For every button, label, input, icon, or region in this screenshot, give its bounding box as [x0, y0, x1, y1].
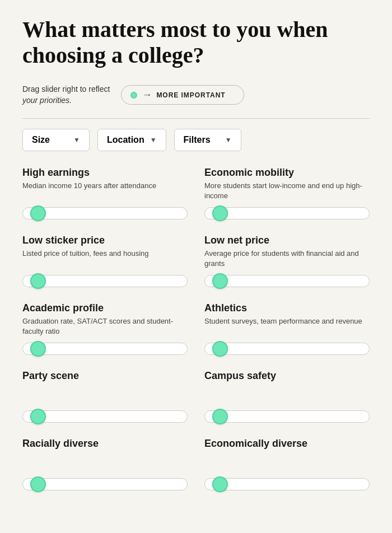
- legend-label: MORE IMPORTANT: [156, 91, 225, 99]
- chevron-down-icon: ▼: [225, 136, 232, 144]
- chevron-down-icon: ▼: [150, 136, 157, 144]
- slider-track-athletics: [204, 341, 370, 357]
- slider-item-racially-diverse: Racially diverse: [22, 438, 188, 492]
- slider-desc-athletics: Student surveys, team performance and re…: [204, 316, 370, 336]
- slider-item-economic-mobility: Economic mobilityMore students start low…: [204, 167, 370, 221]
- slider-input-academic-profile[interactable]: [22, 343, 188, 355]
- slider-track-economically-diverse: [204, 476, 370, 492]
- slider-input-athletics[interactable]: [204, 343, 370, 355]
- slider-title-economic-mobility: Economic mobility: [204, 167, 370, 179]
- section-divider: [22, 118, 370, 119]
- slider-track-academic-profile: [22, 341, 188, 357]
- slider-input-racially-diverse[interactable]: [22, 478, 188, 490]
- location-filter-button[interactable]: Location ▼: [97, 129, 166, 151]
- subtitle-text: Drag slider right to reflect your priori…: [22, 84, 110, 106]
- filter-row: Size ▼ Location ▼ Filters ▼: [22, 129, 370, 151]
- slider-desc-economic-mobility: More students start low-income and end u…: [204, 181, 370, 201]
- slider-input-low-net-price[interactable]: [204, 275, 370, 287]
- slider-desc-racially-diverse: [22, 452, 188, 472]
- sliders-grid: High earningsMedian income 10 years afte…: [22, 167, 370, 506]
- slider-desc-campus-safety: [204, 384, 370, 404]
- legend-pill: → MORE IMPORTANT: [121, 85, 244, 105]
- slider-input-campus-safety[interactable]: [204, 410, 370, 423]
- slider-title-racially-diverse: Racially diverse: [22, 438, 188, 450]
- slider-title-academic-profile: Academic profile: [22, 302, 188, 314]
- slider-item-low-net-price: Low net priceAverage price for students …: [204, 235, 370, 289]
- slider-track-economic-mobility: [204, 205, 370, 221]
- slider-title-athletics: Athletics: [204, 302, 370, 314]
- slider-desc-high-earnings: Median income 10 years after attendance: [22, 181, 188, 201]
- slider-desc-low-sticker-price: Listed price of tuition, fees and housin…: [22, 249, 188, 269]
- slider-item-low-sticker-price: Low sticker priceListed price of tuition…: [22, 235, 188, 289]
- slider-track-low-sticker-price: [22, 273, 188, 289]
- slider-item-party-scene: Party scene: [22, 370, 188, 424]
- subtitle-row: Drag slider right to reflect your priori…: [22, 84, 370, 106]
- slider-track-low-net-price: [204, 273, 370, 289]
- slider-input-high-earnings[interactable]: [22, 207, 188, 219]
- page-title: What matters most to you when choosing a…: [22, 17, 370, 68]
- slider-title-low-sticker-price: Low sticker price: [22, 235, 188, 246]
- slider-item-high-earnings: High earningsMedian income 10 years afte…: [22, 167, 188, 221]
- slider-title-economically-diverse: Economically diverse: [204, 438, 370, 450]
- legend-dot-icon: [130, 92, 137, 99]
- slider-title-high-earnings: High earnings: [22, 167, 188, 179]
- slider-desc-economically-diverse: [204, 452, 370, 472]
- size-filter-button[interactable]: Size ▼: [22, 129, 90, 151]
- slider-track-racially-diverse: [22, 476, 188, 492]
- slider-input-economically-diverse[interactable]: [204, 478, 370, 490]
- slider-desc-party-scene: [22, 384, 188, 404]
- slider-input-economic-mobility[interactable]: [204, 207, 370, 219]
- legend-arrow-icon: →: [142, 89, 152, 101]
- slider-input-low-sticker-price[interactable]: [22, 275, 188, 287]
- slider-title-party-scene: Party scene: [22, 370, 188, 382]
- chevron-down-icon: ▼: [73, 136, 80, 144]
- slider-item-academic-profile: Academic profileGraduation rate, SAT/ACT…: [22, 302, 188, 357]
- slider-desc-low-net-price: Average price for students with financia…: [204, 249, 370, 269]
- slider-track-party-scene: [22, 409, 188, 424]
- slider-item-athletics: AthleticsStudent surveys, team performan…: [204, 302, 370, 357]
- slider-title-campus-safety: Campus safety: [204, 370, 370, 382]
- slider-input-party-scene[interactable]: [22, 410, 188, 423]
- slider-desc-academic-profile: Graduation rate, SAT/ACT scores and stud…: [22, 316, 188, 336]
- filters-filter-button[interactable]: Filters ▼: [174, 129, 241, 151]
- slider-item-economically-diverse: Economically diverse: [204, 438, 370, 492]
- slider-title-low-net-price: Low net price: [204, 235, 370, 246]
- slider-item-campus-safety: Campus safety: [204, 370, 370, 424]
- slider-track-campus-safety: [204, 409, 370, 424]
- slider-track-high-earnings: [22, 205, 188, 221]
